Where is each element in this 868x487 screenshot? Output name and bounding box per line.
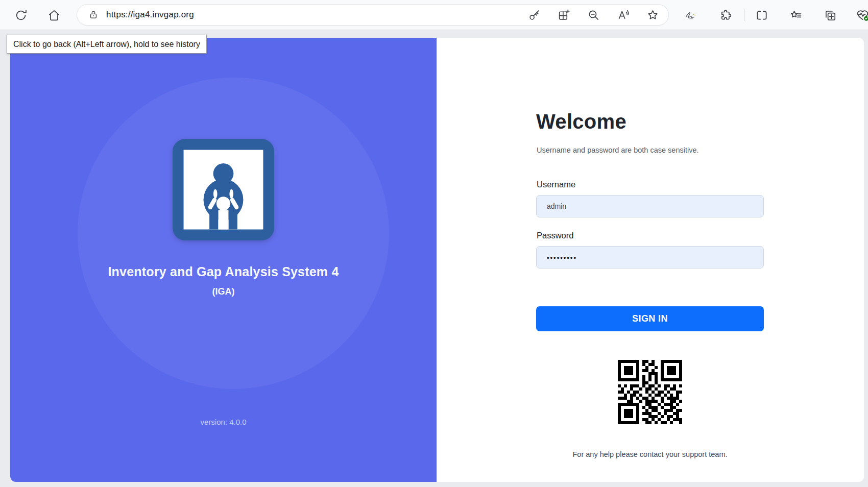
toolbar-divider [744,9,744,21]
zoom-out-icon[interactable] [587,9,600,21]
favorite-star-icon[interactable] [646,9,659,21]
key-icon[interactable] [528,9,541,21]
address-bar[interactable]: https://iga4.invgap.org [77,4,669,26]
collections-button[interactable] [823,8,837,22]
favorites-list-icon [789,9,803,22]
site-security-lock-icon[interactable] [88,10,99,20]
qr-code [618,360,682,424]
case-sensitive-note: Username and password are both case sens… [537,146,699,154]
login-panel: Welcome Username and password are both c… [437,38,864,482]
favorites-list-button[interactable] [789,8,803,22]
home-icon [47,9,61,22]
username-input[interactable] [536,195,764,217]
read-aloud-icon[interactable] [617,9,630,21]
reload-icon [14,9,28,22]
page-content: Inventory and Gap Analysis System 4 (IGA… [10,38,864,482]
extension-signature-button[interactable] [684,8,698,22]
browser-essentials-icon [856,8,868,22]
welcome-heading: Welcome [536,110,626,133]
extensions-puzzle-icon [719,9,732,22]
extensions-button[interactable] [718,8,732,22]
home-button[interactable] [45,7,63,24]
app-title: Inventory and Gap Analysis System 4 [10,264,437,279]
url-text: https://iga4.invgap.org [106,10,194,20]
branding-panel: Inventory and Gap Analysis System 4 (IGA… [10,38,437,482]
app-abbreviation: (IGA) [10,286,437,297]
password-input[interactable] [536,246,764,269]
browser-essentials-button[interactable] [856,8,868,22]
sign-in-button[interactable]: SIGN IN [536,306,764,331]
collections-icon [824,9,837,22]
version-text: version: 4.0.0 [10,418,437,426]
back-tooltip: Click to go back (Alt+Left arrow), hold … [7,35,207,54]
login-form: Welcome Username and password are both c… [536,38,764,482]
split-screen-button[interactable] [755,8,768,22]
browser-toolbar: https://iga4.invgap.org [0,0,868,30]
grid-plus-icon[interactable] [558,9,570,21]
parent-child-icon [173,139,274,240]
split-screen-icon [755,9,768,22]
reload-button[interactable] [12,7,30,24]
username-label: Username [537,180,575,189]
password-label: Password [537,231,573,240]
signature-logo-icon [684,8,698,22]
app-logo [173,139,274,240]
help-text: For any help please contact your support… [536,450,764,458]
